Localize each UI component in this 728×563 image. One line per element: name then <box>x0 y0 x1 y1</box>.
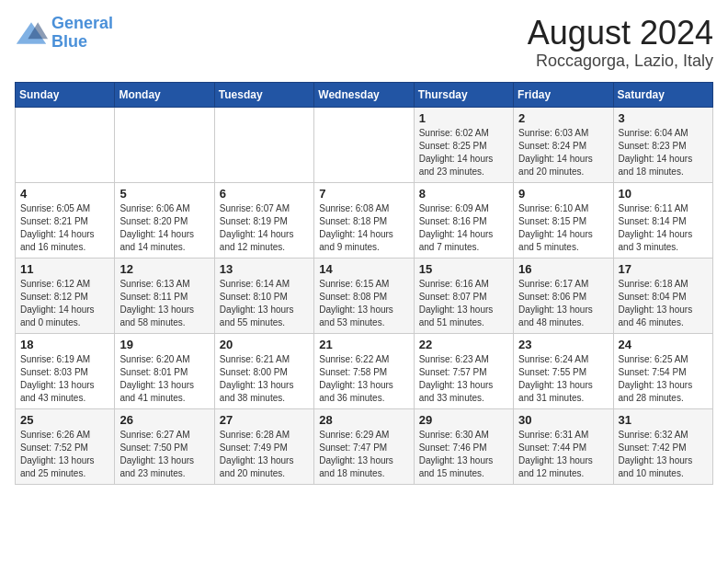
weekday-header-friday: Friday <box>514 82 613 107</box>
day-number: 19 <box>119 338 209 351</box>
calendar-cell: 10Sunrise: 6:11 AMSunset: 8:14 PMDayligh… <box>613 182 712 258</box>
day-number: 17 <box>619 262 708 276</box>
day-number: 12 <box>119 262 209 276</box>
calendar-week-4: 18Sunrise: 6:19 AMSunset: 8:03 PMDayligh… <box>16 333 713 408</box>
day-number: 10 <box>619 187 708 201</box>
day-detail: Sunrise: 6:21 AMSunset: 8:00 PMDaylight:… <box>220 353 309 405</box>
logo-text-line1: General <box>51 15 113 33</box>
calendar-body: 1Sunrise: 6:02 AMSunset: 8:25 PMDaylight… <box>16 107 713 484</box>
day-detail: Sunrise: 6:29 AMSunset: 7:47 PMDaylight:… <box>319 429 408 480</box>
day-number: 14 <box>319 262 408 276</box>
calendar-cell: 21Sunrise: 6:22 AMSunset: 7:58 PMDayligh… <box>314 333 414 408</box>
calendar-cell: 18Sunrise: 6:19 AMSunset: 8:03 PMDayligh… <box>16 333 115 408</box>
day-detail: Sunrise: 6:14 AMSunset: 8:10 PMDaylight:… <box>220 278 309 329</box>
logo-text-line2: Blue <box>51 33 113 52</box>
calendar-cell: 20Sunrise: 6:21 AMSunset: 8:00 PMDayligh… <box>214 333 313 408</box>
day-number: 16 <box>518 262 608 276</box>
day-detail: Sunrise: 6:10 AMSunset: 8:15 PMDaylight:… <box>518 202 608 254</box>
logo: General Blue <box>15 15 113 52</box>
calendar-cell <box>16 107 115 182</box>
page-header: General Blue August 2024 Roccagorga, Laz… <box>15 15 713 71</box>
calendar-subtitle: Roccagorga, Lazio, Italy <box>528 52 713 71</box>
calendar-cell: 5Sunrise: 6:06 AMSunset: 8:20 PMDaylight… <box>115 182 214 258</box>
day-number: 8 <box>419 187 508 201</box>
day-detail: Sunrise: 6:05 AMSunset: 8:21 PMDaylight:… <box>20 202 109 254</box>
calendar-cell: 19Sunrise: 6:20 AMSunset: 8:01 PMDayligh… <box>115 333 214 408</box>
calendar-cell: 23Sunrise: 6:24 AMSunset: 7:55 PMDayligh… <box>514 333 613 408</box>
calendar-cell: 3Sunrise: 6:04 AMSunset: 8:23 PMDaylight… <box>613 107 712 182</box>
calendar-cell: 4Sunrise: 6:05 AMSunset: 8:21 PMDaylight… <box>16 182 115 258</box>
day-detail: Sunrise: 6:22 AMSunset: 7:58 PMDaylight:… <box>319 353 408 405</box>
calendar-cell: 7Sunrise: 6:08 AMSunset: 8:18 PMDaylight… <box>314 182 414 258</box>
day-number: 1 <box>419 111 508 125</box>
day-number: 20 <box>220 338 309 351</box>
calendar-table: SundayMondayTuesdayWednesdayThursdayFrid… <box>15 82 713 485</box>
day-detail: Sunrise: 6:32 AMSunset: 7:42 PMDaylight:… <box>619 429 708 480</box>
day-number: 11 <box>20 262 109 276</box>
day-detail: Sunrise: 6:23 AMSunset: 7:57 PMDaylight:… <box>419 353 508 405</box>
calendar-cell: 8Sunrise: 6:09 AMSunset: 8:16 PMDaylight… <box>414 182 513 258</box>
day-detail: Sunrise: 6:12 AMSunset: 8:12 PMDaylight:… <box>20 278 109 329</box>
day-number: 5 <box>119 187 209 201</box>
calendar-week-5: 25Sunrise: 6:26 AMSunset: 7:52 PMDayligh… <box>16 408 713 484</box>
day-number: 7 <box>319 187 408 201</box>
calendar-cell: 12Sunrise: 6:13 AMSunset: 8:11 PMDayligh… <box>115 258 214 333</box>
weekday-header-saturday: Saturday <box>613 82 712 107</box>
day-detail: Sunrise: 6:13 AMSunset: 8:11 PMDaylight:… <box>119 278 209 329</box>
day-detail: Sunrise: 6:20 AMSunset: 8:01 PMDaylight:… <box>119 353 209 405</box>
calendar-cell: 25Sunrise: 6:26 AMSunset: 7:52 PMDayligh… <box>16 408 115 484</box>
day-number: 31 <box>619 413 708 427</box>
calendar-cell: 17Sunrise: 6:18 AMSunset: 8:04 PMDayligh… <box>613 258 712 333</box>
day-detail: Sunrise: 6:06 AMSunset: 8:20 PMDaylight:… <box>119 202 209 254</box>
day-number: 28 <box>319 413 408 427</box>
calendar-cell: 2Sunrise: 6:03 AMSunset: 8:24 PMDaylight… <box>514 107 613 182</box>
day-number: 21 <box>319 338 408 351</box>
calendar-cell: 14Sunrise: 6:15 AMSunset: 8:08 PMDayligh… <box>314 258 414 333</box>
day-detail: Sunrise: 6:04 AMSunset: 8:23 PMDaylight:… <box>619 127 708 178</box>
day-detail: Sunrise: 6:17 AMSunset: 8:06 PMDaylight:… <box>518 278 608 329</box>
title-block: August 2024 Roccagorga, Lazio, Italy <box>528 15 713 71</box>
day-number: 24 <box>619 338 708 351</box>
day-number: 23 <box>518 338 608 351</box>
weekday-header-tuesday: Tuesday <box>214 82 313 107</box>
calendar-cell: 30Sunrise: 6:31 AMSunset: 7:44 PMDayligh… <box>514 408 613 484</box>
day-number: 3 <box>619 111 708 125</box>
day-number: 27 <box>220 413 309 427</box>
day-detail: Sunrise: 6:18 AMSunset: 8:04 PMDaylight:… <box>619 278 708 329</box>
day-number: 2 <box>518 111 608 125</box>
calendar-cell <box>314 107 414 182</box>
calendar-week-3: 11Sunrise: 6:12 AMSunset: 8:12 PMDayligh… <box>16 258 713 333</box>
calendar-week-1: 1Sunrise: 6:02 AMSunset: 8:25 PMDaylight… <box>16 107 713 182</box>
day-number: 4 <box>20 187 109 201</box>
day-number: 6 <box>220 187 309 201</box>
day-detail: Sunrise: 6:03 AMSunset: 8:24 PMDaylight:… <box>518 127 608 178</box>
weekday-header-sunday: Sunday <box>16 82 115 107</box>
calendar-cell: 28Sunrise: 6:29 AMSunset: 7:47 PMDayligh… <box>314 408 414 484</box>
calendar-cell: 24Sunrise: 6:25 AMSunset: 7:54 PMDayligh… <box>613 333 712 408</box>
day-detail: Sunrise: 6:16 AMSunset: 8:07 PMDaylight:… <box>419 278 508 329</box>
weekday-header-wednesday: Wednesday <box>314 82 414 107</box>
logo-icon <box>15 20 48 46</box>
day-detail: Sunrise: 6:11 AMSunset: 8:14 PMDaylight:… <box>619 202 708 254</box>
calendar-cell: 22Sunrise: 6:23 AMSunset: 7:57 PMDayligh… <box>414 333 513 408</box>
calendar-cell: 13Sunrise: 6:14 AMSunset: 8:10 PMDayligh… <box>214 258 313 333</box>
weekday-header-row: SundayMondayTuesdayWednesdayThursdayFrid… <box>16 82 713 107</box>
calendar-week-2: 4Sunrise: 6:05 AMSunset: 8:21 PMDaylight… <box>16 182 713 258</box>
calendar-title: August 2024 <box>528 15 713 52</box>
calendar-cell: 29Sunrise: 6:30 AMSunset: 7:46 PMDayligh… <box>414 408 513 484</box>
day-number: 13 <box>220 262 309 276</box>
calendar-cell: 27Sunrise: 6:28 AMSunset: 7:49 PMDayligh… <box>214 408 313 484</box>
day-detail: Sunrise: 6:25 AMSunset: 7:54 PMDaylight:… <box>619 353 708 405</box>
day-detail: Sunrise: 6:31 AMSunset: 7:44 PMDaylight:… <box>518 429 608 480</box>
calendar-cell: 9Sunrise: 6:10 AMSunset: 8:15 PMDaylight… <box>514 182 613 258</box>
day-number: 22 <box>419 338 508 351</box>
calendar-header: SundayMondayTuesdayWednesdayThursdayFrid… <box>16 82 713 107</box>
day-number: 18 <box>20 338 109 351</box>
day-number: 26 <box>119 413 209 427</box>
day-detail: Sunrise: 6:19 AMSunset: 8:03 PMDaylight:… <box>20 353 109 405</box>
day-detail: Sunrise: 6:08 AMSunset: 8:18 PMDaylight:… <box>319 202 408 254</box>
day-number: 9 <box>518 187 608 201</box>
day-detail: Sunrise: 6:07 AMSunset: 8:19 PMDaylight:… <box>220 202 309 254</box>
day-detail: Sunrise: 6:28 AMSunset: 7:49 PMDaylight:… <box>220 429 309 480</box>
calendar-cell: 15Sunrise: 6:16 AMSunset: 8:07 PMDayligh… <box>414 258 513 333</box>
